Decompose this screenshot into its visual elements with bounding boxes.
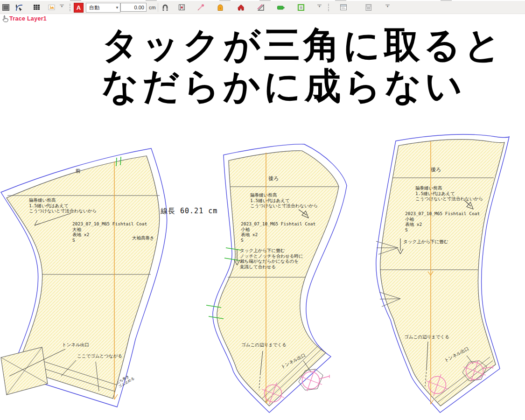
elastic-note-right[interactable]: ゴムこの辺りまでくる (404, 334, 449, 340)
notch-mark (116, 158, 117, 166)
grommet-tick (319, 375, 329, 379)
line-length-readout: 線長 60.21 cm (161, 207, 217, 215)
edge-note-left[interactable]: 大袖高巻き (132, 235, 154, 241)
seam-note-left[interactable]: 脇巻縫い前高 1.5縫い代はあえて こうつけないと寸法合わないから (29, 197, 97, 214)
elastic-note-middle[interactable]: ゴムこの辺りまでくる (241, 342, 287, 348)
title-block-right[interactable]: 2023_07_10_M65 Fishtail Coat 小袖 表地 x2 S (405, 211, 480, 232)
pattern-piece-middle[interactable] (206, 144, 347, 413)
pattern-piece-right[interactable] (376, 134, 509, 413)
app-window: ▾ A 自動 ▼ 0.00 cm (0, 0, 525, 420)
orientation-label-back[interactable]: 後ろ (268, 176, 279, 182)
elastic-note-left[interactable]: ここでゴムとつながる (77, 353, 122, 359)
seam-note-middle[interactable]: 脇巻縫い前高 1.5縫い代はあえて こうつけないと寸法合わないから (250, 192, 318, 209)
tack-note-middle[interactable]: タック上から下に畳む ノッチとノッチを合わせる時に 裁ち端がなだらかになるのを … (240, 248, 303, 269)
seam-note-right[interactable]: 脇巻縫い前高 1.5縫い代はあえて こうつけないと寸法合わないから (415, 185, 483, 202)
tack-note-right[interactable]: タック上から下に畳む (403, 239, 448, 245)
title-block-middle[interactable]: 2023_07_10_M65 Fishtail Coat 小袖 表地 x2 S (241, 221, 315, 243)
tunnel-note-left[interactable]: トンネル出口 (62, 342, 89, 348)
grain-tick (114, 394, 118, 399)
pattern-piece-left[interactable] (1, 148, 167, 407)
orientation-label-back2[interactable]: 後ろ (431, 167, 441, 173)
orientation-label-front[interactable]: 前 (76, 168, 81, 174)
notch-mark (120, 157, 121, 165)
pattern-outline[interactable] (217, 151, 339, 406)
